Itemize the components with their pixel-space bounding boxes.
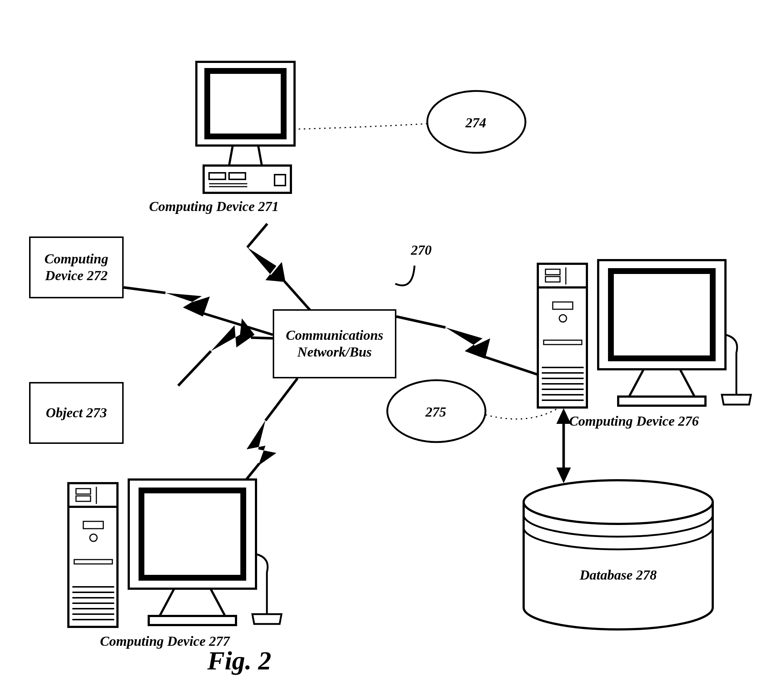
svg-rect-15 [544, 340, 582, 345]
svg-rect-23 [598, 260, 725, 369]
device-271-graphic [196, 62, 295, 193]
svg-point-32 [90, 534, 97, 542]
ref-274-label: 274 [466, 115, 486, 130]
device-277-graphic [68, 479, 282, 627]
zigline-272b [202, 313, 273, 335]
svg-rect-0 [196, 62, 295, 145]
zig-276 [445, 327, 490, 359]
ref-270-label: 270 [411, 242, 432, 258]
svg-rect-7 [275, 175, 285, 185]
svg-rect-13 [553, 302, 573, 309]
svg-rect-26 [68, 483, 117, 627]
zig-272 [165, 293, 210, 317]
zigline-271a [247, 224, 267, 248]
svg-rect-8 [538, 264, 587, 408]
device-272-box: Computing Device 272 [29, 236, 124, 298]
zigline-277b [218, 464, 259, 514]
database-278-label: Database 278 [580, 567, 657, 583]
object-273-box: Object 273 [29, 382, 124, 444]
device-276-label: Computing Device 276 [569, 413, 699, 429]
zig-273 [211, 318, 255, 351]
svg-rect-4 [229, 173, 245, 179]
device-276-graphic [538, 260, 751, 408]
svg-rect-31 [83, 521, 103, 528]
zigline-276b [484, 357, 538, 375]
object-273-label: Object 273 [46, 405, 107, 421]
svg-rect-28 [76, 489, 91, 494]
zig-277 [247, 420, 277, 466]
device-272-label-l1: Computing [44, 251, 108, 266]
comm-l1: Communications [286, 327, 383, 343]
svg-rect-33 [74, 560, 112, 564]
zigline-276a [396, 317, 445, 327]
zigline-271b [284, 281, 311, 311]
database-278-graphic [524, 480, 713, 629]
device-272-label-l2: Device 272 [45, 268, 108, 283]
ref-275-label: 275 [425, 404, 446, 420]
svg-rect-1 [207, 71, 283, 136]
dotted-line-274 [295, 124, 427, 129]
svg-rect-24 [611, 271, 713, 358]
svg-rect-27 [68, 483, 117, 507]
svg-rect-42 [142, 491, 243, 578]
svg-rect-9 [538, 264, 587, 287]
comm-network-box: Communications Network/Bus [273, 309, 396, 378]
svg-rect-10 [545, 269, 560, 275]
svg-rect-43 [149, 616, 236, 625]
device-271-label: Computing Device 271 [149, 198, 279, 214]
zigline-273b [251, 338, 275, 339]
comm-l2: Network/Bus [298, 344, 372, 360]
svg-point-14 [559, 315, 567, 322]
svg-point-44 [524, 480, 713, 524]
svg-rect-3 [209, 173, 226, 179]
figure-caption: Fig. 2 [207, 646, 271, 676]
pointer-270 [395, 266, 415, 285]
svg-rect-25 [618, 396, 705, 406]
svg-rect-11 [545, 276, 560, 282]
svg-rect-29 [76, 496, 91, 501]
zigline-277a [265, 378, 298, 421]
svg-rect-2 [204, 165, 291, 193]
zigline-272a [124, 287, 165, 293]
zig-271 [247, 248, 285, 282]
arrowhead-up [557, 408, 571, 424]
dotted-line-275 [486, 402, 567, 419]
svg-rect-41 [129, 479, 256, 589]
arrowhead-down [557, 467, 571, 483]
zigline-273a [178, 351, 211, 386]
